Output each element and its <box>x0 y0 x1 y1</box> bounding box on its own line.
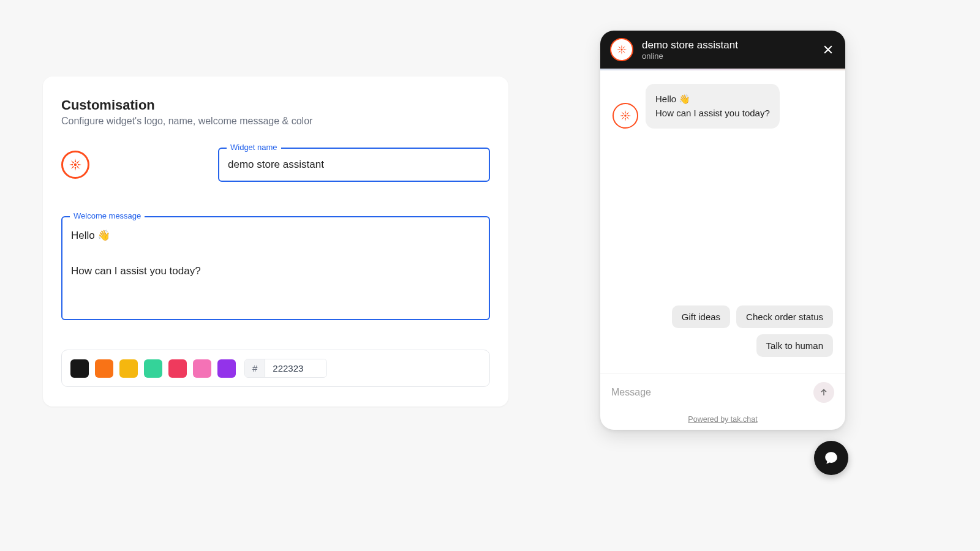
color-picker: # <box>61 350 490 387</box>
quick-reply-2[interactable]: Talk to human <box>756 334 833 357</box>
chat-title: demo store assistant <box>642 39 812 51</box>
widget-name-field[interactable]: Widget name <box>218 148 490 182</box>
asterisk-icon <box>68 157 83 172</box>
color-swatch-5[interactable] <box>193 359 211 378</box>
chat-launcher-button[interactable] <box>814 441 848 475</box>
asterisk-icon <box>619 109 632 122</box>
chat-widget-preview: demo store assistant online <box>600 31 845 430</box>
svg-point-0 <box>74 163 77 166</box>
color-swatch-3[interactable] <box>144 359 162 378</box>
widget-logo[interactable] <box>61 151 89 179</box>
chat-body: Hello 👋 How can I assist you today? Gift… <box>600 70 845 373</box>
quick-reply-0[interactable]: Gift ideas <box>672 305 730 328</box>
widget-name-label: Widget name <box>227 143 281 152</box>
chat-message-input[interactable] <box>611 387 806 398</box>
color-swatch-4[interactable] <box>168 359 187 378</box>
chat-input-row <box>600 373 845 411</box>
card-title: Customisation <box>61 97 490 113</box>
chat-header-titles: demo store assistant online <box>642 39 812 61</box>
hash-icon: # <box>245 359 265 377</box>
powered-by-link[interactable]: Powered by tak.chat <box>600 411 845 430</box>
hex-input[interactable] <box>265 359 326 377</box>
color-swatch-0[interactable] <box>70 359 89 378</box>
chat-status: online <box>642 51 812 61</box>
card-subtitle: Configure widget's logo, name, welcome m… <box>61 116 490 127</box>
welcome-message-field[interactable]: Welcome message <box>61 216 490 320</box>
arrow-up-icon <box>819 388 829 397</box>
assistant-message-row: Hello 👋 How can I assist you today? <box>612 84 833 129</box>
close-button[interactable] <box>821 42 835 57</box>
hex-input-wrap: # <box>244 359 327 378</box>
close-icon <box>822 43 834 56</box>
welcome-bubble: Hello 👋 How can I assist you today? <box>646 84 780 129</box>
quick-replies: Gift ideasCheck order statusTalk to huma… <box>612 305 833 367</box>
svg-point-2 <box>624 114 627 117</box>
logo-and-name-row: Widget name <box>61 148 490 182</box>
chat-header-avatar <box>610 38 633 61</box>
quick-reply-1[interactable]: Check order status <box>736 305 833 328</box>
color-swatch-1[interactable] <box>95 359 113 378</box>
welcome-message-textarea[interactable] <box>71 227 480 307</box>
chat-header: demo store assistant online <box>600 31 845 69</box>
welcome-message-label: Welcome message <box>70 211 145 220</box>
assistant-avatar <box>612 103 638 129</box>
color-swatch-6[interactable] <box>217 359 236 378</box>
widget-name-input[interactable] <box>228 159 480 171</box>
color-swatch-2[interactable] <box>119 359 138 378</box>
svg-point-1 <box>620 48 622 50</box>
asterisk-icon <box>616 43 628 56</box>
send-button[interactable] <box>813 382 834 403</box>
chat-header-divider <box>600 69 845 70</box>
customisation-card: Customisation Configure widget's logo, n… <box>43 77 508 407</box>
chat-bubble-icon <box>823 450 839 466</box>
